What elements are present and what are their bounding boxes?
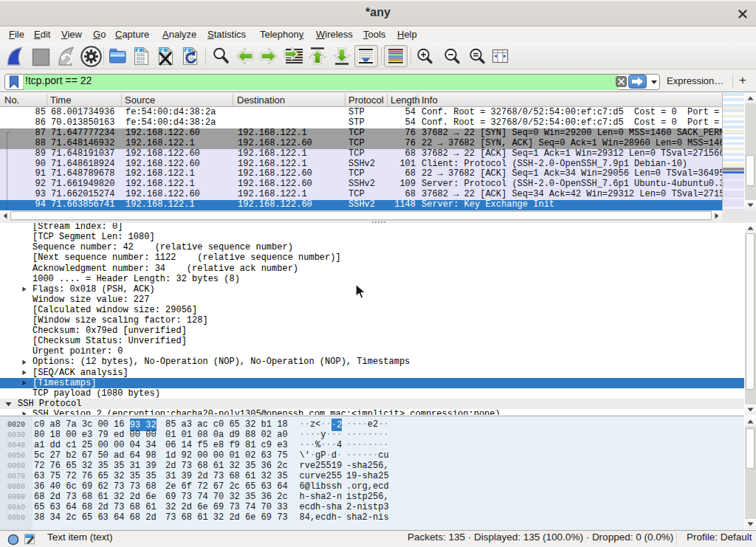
svg-text:0111: 0111 (137, 61, 145, 64)
